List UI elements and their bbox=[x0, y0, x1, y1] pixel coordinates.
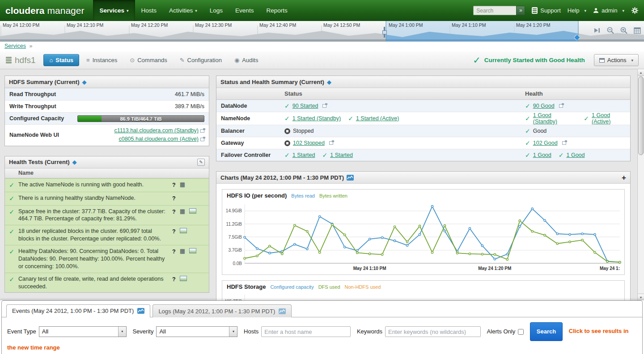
table-row-datanode: DataNode ✓90 Started ✓90 Good bbox=[216, 100, 630, 112]
alerts-only-checkbox[interactable] bbox=[518, 329, 524, 335]
nav-services[interactable]: Services▾ bbox=[93, 0, 135, 21]
health-test-text: 18 under replicated blocks in the cluste… bbox=[18, 228, 172, 243]
namenode-standby-link[interactable]: c1113.hal.cloudera.com (Standby) bbox=[114, 127, 199, 134]
row-label: Configured Capacity bbox=[9, 115, 77, 122]
jump-to-now-button[interactable] bbox=[593, 26, 601, 34]
edit-health-tests-icon[interactable]: ✎ bbox=[197, 159, 205, 166]
charts-title: Charts (May 24 2012, 1:00 PM - 1:30 PM P… bbox=[220, 174, 344, 181]
scrollbar-thumb[interactable] bbox=[638, 76, 644, 155]
nav-activities[interactable]: Activities▾ bbox=[163, 0, 203, 21]
help-icon[interactable]: ? bbox=[172, 195, 176, 202]
nav-events[interactable]: Events bbox=[229, 0, 260, 21]
main-nav: Services▾ Hosts Activities▾ Logs Events … bbox=[93, 0, 293, 21]
chart-thumbnail-icon[interactable] bbox=[180, 276, 187, 281]
breadcrumb-services-link[interactable]: Services bbox=[4, 43, 26, 49]
tab-audits[interactable]: ◉Audits bbox=[229, 55, 263, 66]
chevron-down-icon: ▾ bbox=[195, 8, 197, 13]
health-link[interactable]: 1 Good (Active) bbox=[592, 112, 630, 125]
tab-status[interactable]: ⌂Status bbox=[43, 54, 79, 66]
chart-thumbnail-icon[interactable] bbox=[180, 228, 187, 233]
check-icon: ✓ bbox=[525, 115, 530, 122]
status-link[interactable]: 1 Started (Active) bbox=[356, 115, 399, 122]
help-menu[interactable]: Help▾ bbox=[568, 7, 586, 14]
events-search-button[interactable]: Search bbox=[530, 322, 563, 341]
health-link[interactable]: 1 Good (Standby) bbox=[533, 112, 577, 125]
zoom-in-button[interactable] bbox=[620, 26, 628, 34]
main-scrollbar[interactable]: ▲ ▼ bbox=[637, 69, 644, 300]
main-content: HDFS Summary (Current) ◆ Read Throughput… bbox=[0, 69, 644, 300]
selection-left-handle[interactable] bbox=[384, 27, 385, 38]
search-input[interactable] bbox=[473, 6, 516, 15]
popup-icon bbox=[200, 129, 204, 133]
check-icon: ✓ bbox=[5, 228, 18, 243]
scroll-down-arrow[interactable]: ▼ bbox=[638, 294, 644, 300]
popup-icon bbox=[322, 104, 326, 108]
details-table-icon[interactable]: ▦ bbox=[180, 181, 185, 188]
nav-reports[interactable]: Reports bbox=[260, 0, 293, 21]
check-icon: ✓ bbox=[284, 115, 290, 122]
help-icon[interactable]: ? bbox=[172, 228, 176, 236]
capacity-bar: 86.9 TiB/464.7 TiB bbox=[77, 115, 204, 122]
status-link[interactable]: 1 Started (Standby) bbox=[292, 115, 341, 122]
health-tests-column-header: Name bbox=[5, 169, 209, 178]
check-icon: ✓ bbox=[525, 140, 530, 146]
user-menu[interactable]: admin▾ bbox=[593, 7, 624, 14]
app-logo[interactable]: cloudera manager bbox=[0, 0, 93, 21]
time-range-selector[interactable]: May 24 12:00 PM May 24 12:10 PM May 24 1… bbox=[0, 21, 644, 42]
details-table-icon[interactable]: ▦ bbox=[180, 208, 185, 215]
tab-commands[interactable]: ⊙Commands bbox=[124, 55, 172, 66]
tab-events-results[interactable]: Events (May 24 2012, 1:00 PM - 1:30 PM P… bbox=[6, 304, 150, 317]
calendar-button[interactable] bbox=[633, 26, 641, 34]
help-icon[interactable]: ? bbox=[172, 248, 176, 256]
settings-gear-icon[interactable] bbox=[631, 7, 639, 14]
status-link[interactable]: 1 Started bbox=[330, 152, 353, 158]
keywords-input[interactable] bbox=[385, 326, 481, 337]
service-health-status: Currently Started with Good Health bbox=[484, 57, 585, 63]
status-link[interactable]: 90 Started bbox=[292, 103, 318, 109]
tab-instances[interactable]: ≡Instances bbox=[81, 55, 123, 66]
help-icon[interactable]: ? bbox=[172, 276, 176, 283]
help-icon[interactable]: ? bbox=[172, 181, 176, 189]
chart-icon bbox=[347, 175, 354, 181]
severity-select[interactable]: All▾ bbox=[156, 326, 237, 337]
health-link[interactable]: 1 Good bbox=[566, 152, 585, 158]
nav-logs[interactable]: Logs bbox=[203, 0, 229, 21]
row-value: 389.7 MiB/s bbox=[175, 103, 204, 110]
add-chart-button[interactable]: + bbox=[622, 174, 626, 181]
severity-value: All bbox=[157, 327, 229, 337]
chart-thumbnail-icon[interactable] bbox=[189, 248, 196, 253]
chart-thumbnail-icon[interactable] bbox=[189, 208, 196, 214]
tab-configuration[interactable]: ✎Configuration bbox=[174, 55, 227, 66]
home-icon: ⌂ bbox=[49, 57, 53, 63]
event-type-value: All bbox=[39, 327, 118, 337]
nav-activities-label: Activities bbox=[169, 7, 193, 14]
timeline-tick-label: May 24 12:10 PM bbox=[67, 22, 103, 28]
actions-button[interactable]: Actions▾ bbox=[594, 54, 639, 66]
health-link[interactable]: 102 Good bbox=[533, 140, 558, 146]
tab-events-label: Events (May 24 2012, 1:00 PM - 1:30 PM P… bbox=[12, 308, 134, 314]
eye-icon: ◉ bbox=[234, 57, 239, 63]
chart-icon bbox=[137, 308, 144, 314]
scroll-up-arrow[interactable]: ▲ bbox=[638, 69, 644, 76]
service-header: hdfs1 ⌂Status ≡Instances ⊙Commands ✎Conf… bbox=[0, 51, 644, 69]
details-table-icon[interactable]: ▦ bbox=[180, 248, 185, 254]
zoom-out-button[interactable] bbox=[606, 26, 614, 34]
status-link[interactable]: 102 Stopped bbox=[293, 140, 325, 146]
hosts-input[interactable] bbox=[261, 326, 351, 337]
popup-icon bbox=[329, 141, 333, 145]
status-health-title: Status and Health Summary (Current) bbox=[220, 79, 324, 85]
health-link[interactable]: 90 Good bbox=[533, 103, 555, 109]
search-go-button[interactable]: » bbox=[516, 6, 525, 15]
nav-hosts[interactable]: Hosts bbox=[135, 0, 163, 21]
support-link[interactable]: Support bbox=[532, 7, 561, 14]
timeline-tick-label: May 24 12:20 PM bbox=[131, 22, 168, 28]
namenode-active-link[interactable]: c0805.hal.cloudera.com (Active) bbox=[119, 136, 199, 142]
hdfs-storage-chart: 465.7TiB bbox=[222, 292, 624, 300]
svg-text:May 24 1:20 PM: May 24 1:20 PM bbox=[478, 266, 511, 271]
help-icon[interactable]: ? bbox=[172, 208, 176, 216]
status-link[interactable]: 1 Started bbox=[292, 152, 315, 158]
event-type-select[interactable]: All▾ bbox=[39, 326, 127, 337]
health-link[interactable]: 1 Good bbox=[533, 152, 551, 158]
tab-logs-results[interactable]: Logs (May 24 2012, 1:00 PM - 1:30 PM PDT… bbox=[153, 304, 292, 317]
selection-right-handle[interactable]: ◆ bbox=[574, 34, 580, 41]
